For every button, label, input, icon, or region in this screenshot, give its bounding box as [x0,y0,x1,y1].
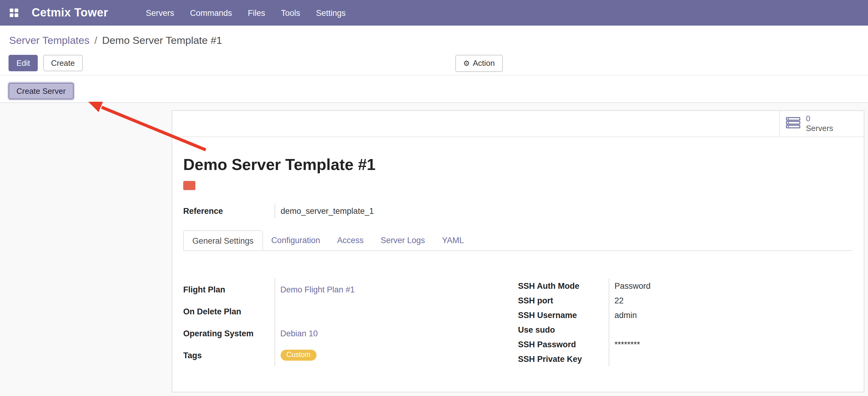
ssh-port-value: 22 [609,293,853,308]
left-field-group: Flight Plan Demo Flight Plan #1 On Delet… [183,278,518,366]
nav-item-commands[interactable]: Commands [190,8,232,17]
nav-item-tools[interactable]: Tools [281,8,300,17]
apps-grid-icon [10,8,18,19]
nav-item-servers[interactable]: Servers [146,8,174,17]
field-row-flight-plan: Flight Plan Demo Flight Plan #1 [183,278,518,300]
on-delete-plan-value [275,300,518,322]
action-button[interactable]: ⚙Action [455,55,503,72]
sheet-body: Demo Server Template #1 Reference demo_s… [172,155,864,366]
reference-value: demo_server_template_1 [275,203,374,218]
flight-plan-label: Flight Plan [183,278,275,300]
ssh-port-label: SSH port [518,293,609,308]
nav-item-settings[interactable]: Settings [316,8,346,17]
field-row-ssh-private-key: SSH Private Key [518,351,853,366]
field-row-ssh-password: SSH Password ******** [518,337,853,351]
ssh-username-label: SSH Username [518,308,609,322]
brand-title[interactable]: Cetmix Tower [32,6,108,20]
servers-stat-button[interactable]: 0 Servers [779,111,864,137]
flight-plan-value-link[interactable]: Demo Flight Plan #1 [280,285,355,294]
ssh-private-key-value [609,351,853,366]
breadcrumb: Server Templates / Demo Server Template … [0,26,868,48]
form-statusbar: Create Server [0,75,868,103]
tag-custom[interactable]: Custom [280,349,316,361]
stat-text: 0 Servers [806,114,833,133]
ssh-username-value: admin [609,308,853,322]
field-row-ssh-port: SSH port 22 [518,293,853,308]
breadcrumb-separator: / [94,34,97,48]
breadcrumb-current: Demo Server Template #1 [102,34,222,48]
tab-yaml[interactable]: YAML [433,230,472,250]
field-row-use-sudo: Use sudo [518,322,853,337]
page-title: Demo Server Template #1 [183,155,853,174]
color-swatch[interactable] [183,181,195,190]
ssh-auth-mode-label: SSH Auth Mode [518,278,609,293]
tab-general-settings[interactable]: General Settings [183,230,262,250]
form-sheet: 0 Servers Demo Server Template #1 Refere… [172,110,864,392]
breadcrumb-parent-link[interactable]: Server Templates [9,34,90,48]
use-sudo-label: Use sudo [518,322,609,337]
ssh-password-label: SSH Password [518,337,609,351]
apps-menu-button[interactable] [6,7,23,19]
tags-label: Tags [183,344,275,366]
gear-icon: ⚙ [463,59,470,67]
app-window: Cetmix Tower Servers Commands Files Tool… [0,0,868,396]
ssh-password-value: ******** [609,337,853,351]
servers-label: Servers [806,124,833,133]
content-area: 0 Servers Demo Server Template #1 Refere… [0,103,868,396]
tab-configuration[interactable]: Configuration [262,230,329,250]
main-menu: Servers Commands Files Tools Settings [146,8,346,17]
field-row-tags: Tags Custom [183,344,518,366]
reference-field-row: Reference demo_server_template_1 [183,203,853,218]
nav-item-files[interactable]: Files [248,8,265,17]
edit-button[interactable]: Edit [8,55,38,71]
action-button-label: Action [473,58,495,67]
create-server-button[interactable]: Create Server [8,83,74,99]
control-panel-buttons: Edit Create ⚙Action [0,48,868,75]
create-button[interactable]: Create [43,55,83,71]
field-row-ssh-auth-mode: SSH Auth Mode Password [518,278,853,293]
field-row-operating-system: Operating System Debian 10 [183,322,518,344]
top-navbar: Cetmix Tower Servers Commands Files Tool… [0,0,868,26]
operating-system-value-link[interactable]: Debian 10 [280,329,318,338]
field-row-on-delete-plan: On Delete Plan [183,300,518,322]
field-row-ssh-username: SSH Username admin [518,308,853,322]
tab-access[interactable]: Access [329,230,372,250]
on-delete-plan-label: On Delete Plan [183,300,275,322]
tab-content-general-settings: Flight Plan Demo Flight Plan #1 On Delet… [183,278,853,366]
notebook-tabs: General Settings Configuration Access Se… [183,230,853,251]
server-stack-icon [786,117,800,131]
reference-label: Reference [183,203,275,218]
ssh-auth-mode-value: Password [609,278,853,293]
button-box: 0 Servers [172,111,864,137]
use-sudo-value [609,322,853,337]
servers-count: 0 [806,114,810,124]
ssh-private-key-label: SSH Private Key [518,351,609,366]
right-field-group: SSH Auth Mode Password SSH port 22 SSH U… [518,278,853,366]
tab-server-logs[interactable]: Server Logs [372,230,434,250]
operating-system-label: Operating System [183,322,275,344]
